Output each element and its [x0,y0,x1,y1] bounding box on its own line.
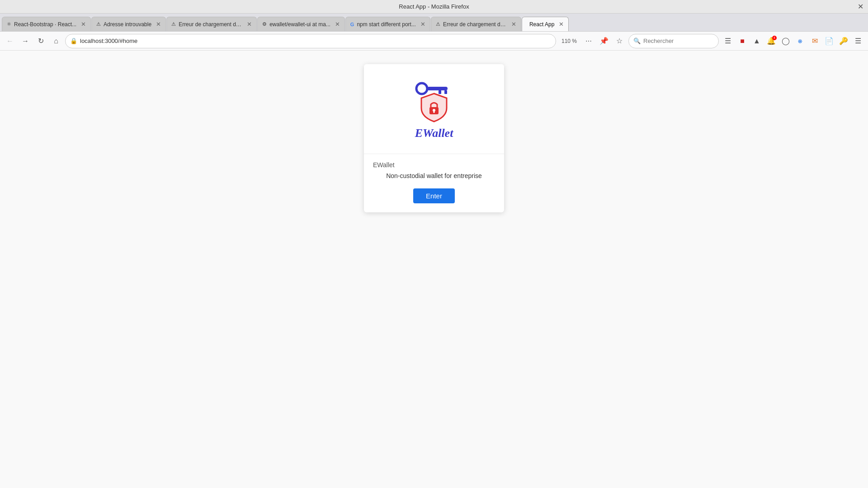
browser-tab-2[interactable]: ⚠ Adresse introuvable ✕ [91,17,166,31]
security-lock-icon: 🔒 [70,38,77,44]
tab-label-7: React App [529,21,554,28]
card-description: Non-custodial wallet for entreprise [373,172,495,179]
browser-tab-1[interactable]: ⚛ React-Bootstrap · React... ✕ [2,17,91,31]
browser-tab-3[interactable]: ⚠ Erreur de chargement de... ✕ [166,17,257,31]
svg-rect-2 [439,90,441,94]
tab-close-4[interactable]: ✕ [335,21,340,28]
browser-tab-5[interactable]: G npm start different port... ✕ [345,17,430,31]
card-body: EWallet Non-custodial wallet for entrepr… [364,154,504,212]
search-box[interactable]: 🔍 [628,34,719,48]
search-icon: 🔍 [633,38,641,44]
svg-rect-3 [444,90,447,94]
svg-point-1 [416,83,427,94]
pdf-icon[interactable]: 📄 [823,35,835,47]
toolbar-icons: ☰ ■ ▲ 🔔 4 ◯ ⎈ ✉ 📄 🔑 ☰ [722,35,864,47]
card-logo-section: EWallet [364,64,504,154]
card-app-name: EWallet [373,161,495,169]
tab-label-2: Adresse introuvable [104,21,151,28]
bookmark-icon[interactable]: ☆ [613,35,626,47]
forward-button[interactable]: → [19,35,32,47]
logo-title: EWallet [415,127,453,140]
tab-icon-1: ⚛ [7,21,11,27]
notifications-icon[interactable]: 🔔 4 [765,35,778,47]
reload-button[interactable]: ↻ [34,35,47,47]
title-bar: React App - Mozilla Firefox ✕ [0,0,868,14]
tab-close-3[interactable]: ✕ [247,21,252,28]
tab-close-5[interactable]: ✕ [420,21,425,28]
tab-close-6[interactable]: ✕ [511,21,516,28]
tab-icon-5: G [350,22,354,27]
enter-button[interactable]: Enter [413,188,455,203]
url-input[interactable] [80,38,551,44]
library-icon[interactable]: ☰ [722,35,734,47]
address-bar[interactable]: 🔒 [65,34,556,48]
notification-badge: 4 [772,36,777,40]
nav-bar: ← → ↻ ⌂ 🔒 110 % ⋯ 📌 ☆ 🔍 ☰ ■ ▲ 🔔 4 ◯ ⎈ ✉ … [0,32,868,51]
browser-tab-4[interactable]: ⚙ ewallet/ewallet-ui at ma... ✕ [257,17,345,31]
tab-icon-4: ⚙ [262,21,267,27]
zoom-level: 110 % [559,38,580,44]
browser-tab-6[interactable]: ⚠ Erreur de chargement de... ✕ [431,17,521,31]
tab-icon-3: ⚠ [171,21,176,27]
tab-icon-6: ⚠ [436,21,440,27]
svg-rect-6 [434,111,435,113]
ewallet-logo: EWallet [407,78,461,140]
back-button[interactable]: ← [4,35,16,47]
tab-bar: ⚛ React-Bootstrap · React... ✕ ⚠ Adresse… [0,14,868,32]
home-button[interactable]: ⌂ [50,35,62,47]
window-close-button[interactable]: ✕ [858,2,863,11]
tab-close-1[interactable]: ✕ [81,21,86,28]
menu-button[interactable]: ☰ [852,35,864,47]
tab-close-2[interactable]: ✕ [156,21,161,28]
logo-svg [407,78,461,123]
mail-icon[interactable]: ✉ [808,35,821,47]
svg-rect-0 [427,87,448,90]
extensions-icon[interactable]: ■ [736,35,749,47]
search-input[interactable] [643,38,707,44]
browser-window: React App - Mozilla Firefox ✕ ⚛ React-Bo… [0,0,868,488]
monitor-icon[interactable]: ▲ [750,35,763,47]
page-content: EWallet EWallet Non-custodial wallet for… [0,51,868,488]
key-icon[interactable]: 🔑 [837,35,850,47]
tab-label-5: npm start different port... [357,21,416,28]
more-options-button[interactable]: ⋯ [582,35,595,47]
tab-label-4: ewallet/ewallet-ui at ma... [269,21,330,28]
tab-label-6: Erreur de chargement de... [443,21,507,28]
sync-icon[interactable]: ⎈ [794,35,807,47]
tab-label-3: Erreur de chargement de... [179,21,242,28]
app-card: EWallet EWallet Non-custodial wallet for… [364,64,504,212]
browser-tab-7[interactable]: React App ✕ [522,17,569,31]
tab-close-7[interactable]: ✕ [559,21,564,28]
help-icon[interactable]: ◯ [779,35,792,47]
pocket-icon[interactable]: 📌 [598,35,610,47]
tab-icon-2: ⚠ [96,21,101,27]
tab-label-1: React-Bootstrap · React... [14,21,76,28]
window-title: React App - Mozilla Firefox [399,3,469,10]
